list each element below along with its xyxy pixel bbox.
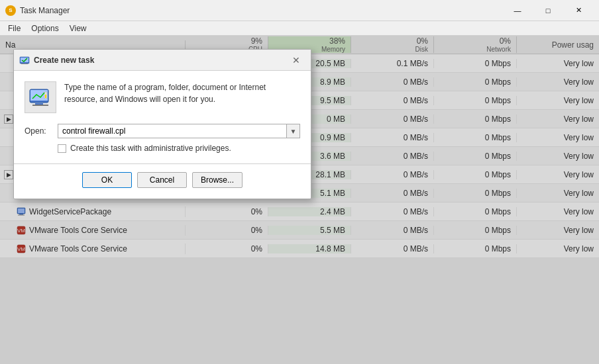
dialog-open-dropdown-button[interactable]: ▼ — [286, 124, 300, 138]
title-bar: S Task Manager — □ ✕ — [0, 0, 599, 21]
app-icon: S — [5, 5, 16, 16]
window-title: Task Manager — [20, 6, 70, 15]
admin-privileges-label: Create this task with administrative pri… — [70, 144, 231, 153]
dialog-divider — [14, 163, 311, 164]
dialog-body: Type the name of a program, folder, docu… — [14, 71, 311, 199]
dialog-open-input[interactable] — [58, 124, 286, 138]
create-task-dialog: Create new task ✕ — [13, 49, 311, 199]
window-controls: — □ ✕ — [502, 0, 594, 21]
menu-options[interactable]: Options — [26, 23, 64, 34]
dialog-open-row: Open: ▼ — [25, 124, 300, 138]
close-button[interactable]: ✕ — [563, 0, 594, 21]
dialog-open-input-wrap: ▼ — [58, 124, 300, 138]
dialog-checkbox-row: Create this task with administrative pri… — [58, 144, 300, 153]
dialog-title-left: Create new task — [19, 55, 94, 66]
dialog-open-label: Open: — [25, 126, 52, 136]
dialog-ok-button[interactable]: OK — [82, 172, 132, 188]
dialog-content-row: Type the name of a program, folder, docu… — [25, 81, 300, 113]
dialog-overlay: Create new task ✕ — [0, 36, 599, 364]
admin-privileges-checkbox[interactable] — [58, 144, 66, 153]
maximize-button[interactable]: □ — [533, 0, 563, 21]
dialog-buttons: OK Cancel Browse... — [25, 172, 300, 188]
dialog-cancel-button[interactable]: Cancel — [137, 172, 187, 188]
menu-bar: File Options View — [0, 21, 599, 36]
dialog-title-icon — [19, 55, 30, 66]
dialog-title-bar: Create new task ✕ — [14, 50, 311, 71]
svg-rect-31 — [21, 64, 28, 64]
menu-view[interactable]: View — [64, 23, 92, 34]
dialog-browse-button[interactable]: Browse... — [192, 172, 243, 188]
menu-file[interactable]: File — [3, 23, 26, 34]
dialog-title-text: Create new task — [34, 56, 94, 65]
dialog-illustration — [25, 81, 56, 113]
minimize-button[interactable]: — — [502, 0, 533, 21]
dialog-close-button[interactable]: ✕ — [290, 54, 303, 67]
run-dialog-icon — [28, 85, 52, 109]
svg-rect-35 — [32, 105, 48, 106]
svg-rect-37 — [45, 95, 46, 98]
main-content: Na 9% CPU 38% Memory 0% Disk 0% Network … — [0, 36, 599, 364]
dialog-description-text: Type the name of a program, folder, docu… — [64, 81, 300, 113]
